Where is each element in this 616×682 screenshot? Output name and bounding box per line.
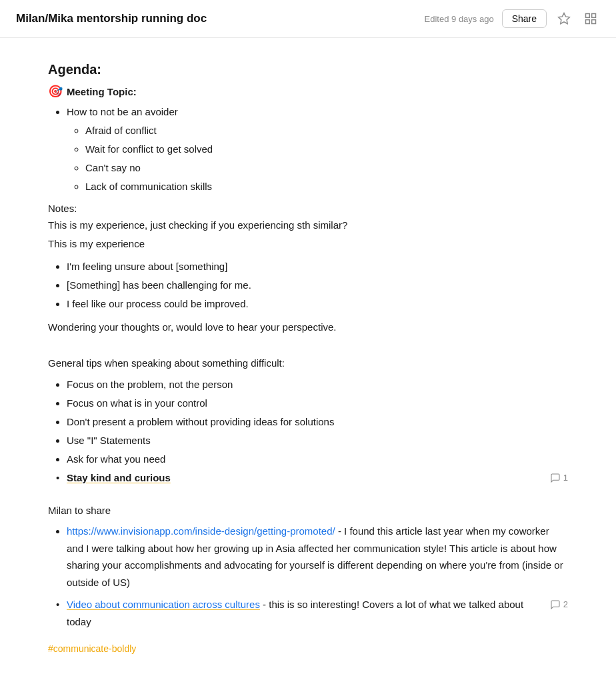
subtopic-list: Afraid of conflict Wait for conflict to … xyxy=(67,123,568,195)
comment-count-1: 1 xyxy=(563,471,568,485)
star-button[interactable] xyxy=(555,11,573,27)
list-item: How to not be an avoider Afraid of confl… xyxy=(67,104,568,195)
document-content: Agenda: 🎯 Meeting Topic: How to not be a… xyxy=(21,38,595,682)
notes-label: Notes: xyxy=(48,203,568,214)
tip-item-bold: Stay kind and curious 1 xyxy=(67,470,568,486)
document-header: Milan/Mika mentorship running doc Edited… xyxy=(0,0,616,38)
edited-timestamp: Edited 9 days ago xyxy=(425,14,494,24)
subtopic-item: Can't say no xyxy=(85,160,568,176)
notes-line-2: This is my experience xyxy=(48,235,568,253)
document-title: Milan/Mika mentorship running doc xyxy=(16,12,207,25)
hashtag[interactable]: #communicate-boldly xyxy=(48,643,136,654)
comment-badge-1[interactable]: 1 xyxy=(550,471,568,485)
agenda-title: Agenda: xyxy=(48,62,568,77)
stay-kind-text: Stay kind and curious xyxy=(67,470,171,486)
topic-list: How to not be an avoider Afraid of confl… xyxy=(48,104,568,195)
experience-list: I'm feeling unsure about [something] [So… xyxy=(48,259,568,312)
invision-link[interactable]: https://www.invisionapp.com/inside-desig… xyxy=(67,525,335,537)
milan-share-item-2: Video about communication across culture… xyxy=(67,596,568,630)
notes-line-1: This is my experience, just checking if … xyxy=(48,217,568,234)
subtopic-item: Lack of communication skills xyxy=(85,179,568,195)
header-actions: Edited 9 days ago Share xyxy=(425,9,600,28)
tip-item: Ask for what you need xyxy=(67,451,568,467)
milan-share-list: https://www.invisionapp.com/inside-desig… xyxy=(48,523,568,630)
svg-rect-2 xyxy=(592,14,596,18)
comment-icon-2 xyxy=(550,599,561,610)
general-tips-intro: General tips when speaking about somethi… xyxy=(48,355,568,372)
star-icon xyxy=(557,12,571,25)
svg-rect-3 xyxy=(586,20,590,24)
milan-share-label: Milan to share xyxy=(48,505,568,516)
milan-share-item-1: https://www.invisionapp.com/inside-desig… xyxy=(67,523,568,591)
tip-item: Don't present a problem without providin… xyxy=(67,414,568,430)
tip-item: Focus on the problem, not the person xyxy=(67,377,568,393)
video-item-row: Video about communication across culture… xyxy=(67,596,568,630)
tip-item: Use "I" Statements xyxy=(67,433,568,449)
share-button[interactable]: Share xyxy=(502,9,547,28)
svg-rect-4 xyxy=(592,20,596,24)
svg-marker-0 xyxy=(559,13,570,24)
layout-icon xyxy=(584,12,597,25)
notes-section: Notes: This is my experience, just check… xyxy=(48,203,568,252)
subtopic-item: Wait for conflict to get solved xyxy=(85,141,568,157)
milan-share-section: Milan to share https://www.invisionapp.c… xyxy=(48,505,568,654)
experience-item: I'm feeling unsure about [something] xyxy=(67,259,568,275)
video-link[interactable]: Video about communication across culture… xyxy=(67,599,260,610)
experience-item: [Something] has been challenging for me. xyxy=(67,277,568,293)
subtopic-item: Afraid of conflict xyxy=(85,123,568,139)
comment-icon xyxy=(550,473,561,483)
comment-badge-2[interactable]: 2 xyxy=(545,597,568,612)
target-emoji: 🎯 xyxy=(48,84,63,99)
meeting-topic-label: Meeting Topic: xyxy=(67,86,137,97)
layout-button[interactable] xyxy=(581,11,600,27)
experience-item: I feel like our process could be improve… xyxy=(67,296,568,312)
comment-count-2: 2 xyxy=(563,597,568,612)
tip-item: Focus on what is in your control xyxy=(67,395,568,411)
stay-kind-row: Stay kind and curious 1 xyxy=(67,470,568,486)
svg-rect-1 xyxy=(586,14,590,18)
general-tips-list: Focus on the problem, not the person Foc… xyxy=(48,377,568,486)
meeting-topic-row: 🎯 Meeting Topic: xyxy=(48,84,568,99)
video-item-text: Video about communication across culture… xyxy=(67,596,545,630)
closing-line: Wondering your thoughts or, would love t… xyxy=(48,319,568,336)
